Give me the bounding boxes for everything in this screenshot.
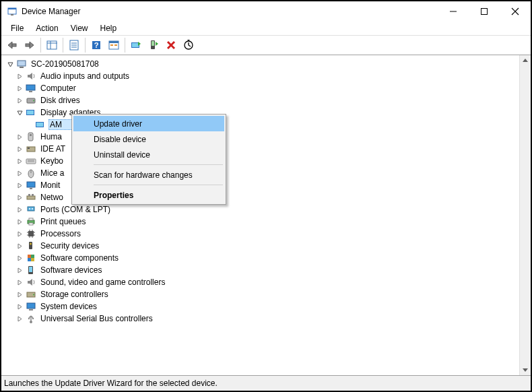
tree-node-label: Netwo [39, 192, 65, 203]
maximize-button[interactable] [469, 1, 500, 21]
vertical-scrollbar[interactable] [519, 55, 531, 375]
chevron-right-icon[interactable] [15, 290, 24, 299]
svg-rect-25 [152, 41, 154, 46]
menu-view[interactable]: View [65, 22, 94, 34]
context-menu-properties[interactable]: Properties [73, 187, 224, 203]
tree-node[interactable]: Security devices [5, 240, 519, 252]
tree-node[interactable]: Software devices [5, 264, 519, 276]
window-title: Device Manager [22, 7, 438, 16]
chevron-right-icon[interactable] [15, 168, 24, 178]
svg-rect-72 [28, 258, 31, 261]
chevron-right-icon[interactable] [15, 277, 24, 287]
chevron-down-icon[interactable] [15, 108, 24, 117]
chevron-right-icon[interactable] [15, 205, 24, 214]
svg-point-69 [30, 243, 32, 245]
context-menu-separator [94, 164, 223, 165]
tree-node[interactable]: System devices [5, 300, 519, 313]
tree-node-label: Processors [39, 228, 82, 239]
chevron-right-icon[interactable] [15, 71, 24, 81]
processor-icon [26, 228, 36, 239]
toolbar-separator [125, 38, 125, 53]
tree-node[interactable]: Disk drives [5, 94, 519, 106]
chevron-right-icon[interactable] [15, 156, 24, 166]
chevron-down-icon[interactable] [5, 59, 15, 69]
svg-rect-1 [8, 8, 16, 9]
context-menu-separator [94, 185, 223, 185]
svg-rect-50 [27, 196, 35, 199]
svg-rect-19 [109, 41, 119, 43]
tree-node-label: Huma [39, 131, 63, 142]
chevron-right-icon[interactable] [15, 84, 24, 93]
menu-action[interactable]: Action [30, 22, 63, 34]
chevron-right-icon[interactable] [15, 144, 24, 154]
chevron-right-icon[interactable] [15, 96, 24, 105]
chevron-right-icon[interactable] [15, 217, 24, 226]
menu-file[interactable]: File [5, 22, 29, 34]
chevron-right-icon[interactable] [15, 253, 24, 263]
software-device-icon [26, 265, 36, 275]
svg-rect-71 [31, 255, 34, 258]
minimize-button[interactable] [438, 1, 469, 21]
svg-rect-70 [28, 255, 31, 258]
context-menu: Update driver Disable device Uninstall d… [71, 114, 226, 205]
monitor-icon [26, 83, 36, 94]
tree-node[interactable]: Ports (COM & LPT) [5, 203, 519, 216]
context-menu-label: Scan for hardware changes [94, 170, 193, 180]
audio-icon [26, 71, 36, 81]
show-hide-tree-button[interactable] [44, 37, 60, 53]
svg-point-82 [28, 318, 30, 319]
tree-node[interactable]: Storage controllers [5, 288, 519, 300]
enable-device-button[interactable] [145, 37, 162, 53]
chevron-right-icon[interactable] [15, 229, 24, 238]
context-menu-uninstall-device[interactable]: Uninstall device [73, 147, 224, 162]
toolbar-separator [40, 38, 41, 53]
svg-text:?: ? [94, 41, 99, 49]
system-device-icon [26, 301, 36, 312]
scan-hardware-button[interactable] [180, 37, 197, 53]
svg-rect-29 [18, 61, 26, 66]
tree-node[interactable]: Audio inputs and outputs [5, 70, 519, 82]
svg-rect-83 [32, 318, 34, 319]
update-driver-button[interactable] [128, 37, 144, 53]
device-tree[interactable]: SC-201905081708 Audio inputs and outputs… [1, 55, 519, 375]
content-area: SC-201905081708 Audio inputs and outputs… [1, 55, 531, 376]
hid-icon [26, 131, 36, 142]
tree-node[interactable]: Software components [5, 252, 519, 264]
back-button[interactable] [4, 37, 20, 53]
tree-node[interactable]: Computer [5, 82, 519, 94]
chevron-right-icon[interactable] [15, 132, 24, 141]
security-icon [26, 240, 36, 251]
chevron-right-icon[interactable] [15, 265, 24, 275]
tree-node-label: Mice a [39, 168, 65, 178]
tree-node[interactable]: Processors [5, 228, 519, 240]
svg-rect-36 [27, 110, 34, 115]
tree-node[interactable]: Print queues [5, 216, 519, 228]
toolbar-separator [63, 38, 63, 53]
svg-rect-2 [11, 14, 13, 15]
svg-rect-49 [30, 188, 32, 189]
uninstall-device-button[interactable] [163, 37, 179, 53]
context-menu-scan-hardware[interactable]: Scan for hardware changes [73, 167, 224, 183]
close-button[interactable] [500, 1, 531, 21]
svg-rect-9 [47, 41, 57, 49]
tree-node[interactable]: Sound, video and game controllers [5, 276, 519, 288]
tree-node-label: Security devices [39, 240, 100, 251]
chevron-right-icon[interactable] [15, 302, 24, 311]
tree-node-label: IDE AT [39, 143, 67, 154]
chevron-right-icon[interactable] [15, 193, 24, 202]
tree-node[interactable]: Universal Serial Bus controllers [5, 313, 519, 325]
svg-rect-8 [26, 44, 30, 46]
tree-root[interactable]: SC-201905081708 [5, 58, 519, 70]
help-button[interactable]: ? [88, 37, 104, 53]
status-bar: Launches the Update Driver Wizard for th… [1, 376, 531, 391]
context-menu-disable-device[interactable]: Disable device [73, 131, 224, 147]
toolbar-button[interactable] [106, 37, 122, 53]
chevron-right-icon[interactable] [15, 181, 24, 190]
context-menu-update-driver[interactable]: Update driver [73, 116, 224, 131]
menu-help[interactable]: Help [95, 22, 123, 34]
ide-icon [26, 143, 36, 154]
forward-button[interactable] [22, 37, 38, 53]
chevron-right-icon[interactable] [15, 314, 24, 323]
properties-button[interactable] [66, 37, 82, 53]
chevron-right-icon[interactable] [15, 241, 24, 251]
